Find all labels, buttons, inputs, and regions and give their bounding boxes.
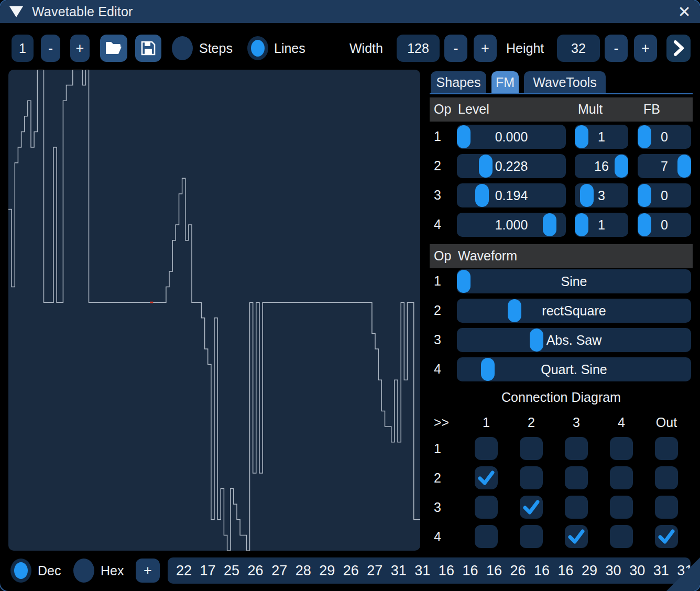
mult-slider-op4-value: 1 [575, 213, 628, 237]
fm-table-header: Op Level Mult FB [430, 97, 693, 122]
fb-slider-op3-value: 0 [638, 183, 691, 207]
conn-checkbox-1-3[interactable] [565, 437, 588, 460]
conn-checkbox-3-1[interactable] [475, 496, 498, 519]
tab-wavetools[interactable]: WaveTools [524, 71, 606, 93]
conn-row-label-1: 1 [434, 441, 455, 456]
conn-checkbox-2-3[interactable] [565, 466, 588, 489]
width-value-box[interactable]: 128 [397, 35, 440, 62]
conn-checkbox-3-Out[interactable] [655, 496, 678, 519]
mult-slider-op2-value: 16 [575, 154, 628, 178]
level-slider-op4[interactable]: 1.000 [457, 213, 566, 237]
conn-checkbox-3-2[interactable] [520, 496, 543, 519]
fm-header-op: Op [434, 102, 451, 117]
lines-label: Lines [274, 35, 305, 62]
fm-op-label-2: 2 [434, 158, 455, 173]
steps-label: Steps [199, 35, 233, 62]
waveform-op-label-2: 2 [434, 303, 455, 318]
waveform-op-label-4: 4 [434, 362, 455, 377]
waveform-slider-op1[interactable]: Sine [457, 269, 691, 293]
waveform-slider-op4[interactable]: Quart. Sine [457, 357, 691, 381]
conn-col-header-3: 3 [565, 415, 588, 430]
conn-checkbox-4-2[interactable] [520, 525, 543, 548]
mult-slider-op1[interactable]: 1 [575, 125, 628, 149]
title-bar[interactable]: Wavetable Editor ✕ [0, 0, 700, 23]
sample-values-strip[interactable]: 22 17 25 26 27 28 29 26 27 31 31 16 16 1… [168, 557, 691, 584]
height-plus-button[interactable]: + [634, 35, 657, 62]
conn-checkbox-2-4[interactable] [610, 466, 633, 489]
level-slider-op3[interactable]: 0.194 [457, 183, 566, 207]
level-slider-op3-value: 0.194 [457, 183, 566, 207]
dec-radio[interactable] [10, 559, 31, 583]
level-slider-op1-value: 0.000 [457, 125, 566, 149]
level-slider-op1[interactable]: 0.000 [457, 125, 566, 149]
waveform-slider-op2-value: rectSquare [457, 299, 691, 323]
fm-header-level: Level [458, 102, 489, 117]
waveform-row-op2: 2rectSquare [430, 299, 693, 323]
close-button[interactable]: ✕ [674, 0, 695, 23]
frame-plus-button[interactable]: + [70, 35, 90, 62]
fb-slider-op2-value: 7 [638, 154, 691, 178]
mult-slider-op4[interactable]: 1 [575, 213, 628, 237]
window-title: Wavetable Editor [32, 4, 133, 19]
tab-shapes[interactable]: Shapes [431, 71, 486, 93]
conn-checkbox-2-Out[interactable] [655, 466, 678, 489]
resize-grip[interactable] [666, 557, 700, 591]
conn-checkbox-2-1[interactable] [475, 466, 498, 489]
waveform-display[interactable] [8, 70, 420, 551]
conn-col-header-2: 2 [520, 415, 543, 430]
checkmark-icon [655, 525, 678, 548]
fb-slider-op3[interactable]: 0 [638, 183, 691, 207]
fm-header-mult: Mult [578, 102, 603, 117]
app-triangle-icon [9, 6, 23, 17]
waveform-op-label-3: 3 [434, 332, 455, 347]
add-value-button[interactable]: + [136, 559, 160, 583]
fb-slider-op1[interactable]: 0 [638, 125, 691, 149]
fb-slider-op2[interactable]: 7 [638, 154, 691, 178]
height-minus-button[interactable]: - [605, 35, 628, 62]
mult-slider-op2[interactable]: 16 [575, 154, 628, 178]
conn-checkbox-3-3[interactable] [565, 496, 588, 519]
waveform-slider-op1-value: Sine [457, 269, 691, 293]
frame-minus-button[interactable]: - [41, 35, 60, 62]
height-value-box[interactable]: 32 [557, 35, 600, 62]
conn-checkbox-3-4[interactable] [610, 496, 633, 519]
lines-radio[interactable] [247, 36, 268, 60]
hex-radio[interactable] [73, 559, 94, 583]
fm-row-op2: 20.228167 [430, 154, 693, 178]
level-slider-op2[interactable]: 0.228 [457, 154, 566, 178]
conn-checkbox-1-2[interactable] [520, 437, 543, 460]
steps-radio[interactable] [172, 36, 193, 60]
conn-checkbox-2-2[interactable] [520, 466, 543, 489]
save-button[interactable] [135, 35, 161, 62]
conn-checkbox-1-Out[interactable] [655, 437, 678, 460]
waveform-slider-op3[interactable]: Abs. Saw [457, 328, 691, 352]
conn-checkbox-4-3[interactable] [565, 525, 588, 548]
fb-slider-op4[interactable]: 0 [638, 213, 691, 237]
frame-number-box[interactable]: 1 [12, 35, 34, 62]
waveform-slider-op3-value: Abs. Saw [457, 328, 691, 352]
fm-op-label-3: 3 [434, 188, 455, 203]
connection-grid-header: >>1234Out [430, 415, 693, 439]
hex-label: Hex [101, 557, 124, 584]
tab-underline [430, 93, 693, 94]
mult-slider-op3[interactable]: 3 [575, 183, 628, 207]
fm-op-label-4: 4 [434, 217, 455, 232]
width-plus-button[interactable]: + [474, 35, 497, 62]
width-minus-button[interactable]: - [444, 35, 467, 62]
fm-row-op1: 10.00010 [430, 125, 693, 149]
conn-checkbox-4-1[interactable] [475, 525, 498, 548]
conn-checkbox-4-4[interactable] [610, 525, 633, 548]
wavetable-editor-window: Wavetable Editor ✕ 1 - + Steps Lines Wid… [0, 0, 700, 591]
tab-fm[interactable]: FM [491, 71, 519, 93]
fm-row-op4: 41.00010 [430, 213, 693, 237]
waveform-row-op3: 3Abs. Saw [430, 328, 693, 352]
waveform-slider-op2[interactable]: rectSquare [457, 299, 691, 323]
expand-panel-button[interactable] [666, 35, 691, 62]
conn-checkbox-4-Out[interactable] [655, 525, 678, 548]
waveform-op-label-1: 1 [434, 273, 455, 289]
conn-col-header-src: >> [434, 415, 449, 430]
open-file-button[interactable] [100, 35, 127, 62]
conn-col-header-1: 1 [475, 415, 498, 430]
conn-checkbox-1-4[interactable] [610, 437, 633, 460]
conn-checkbox-1-1[interactable] [475, 437, 498, 460]
